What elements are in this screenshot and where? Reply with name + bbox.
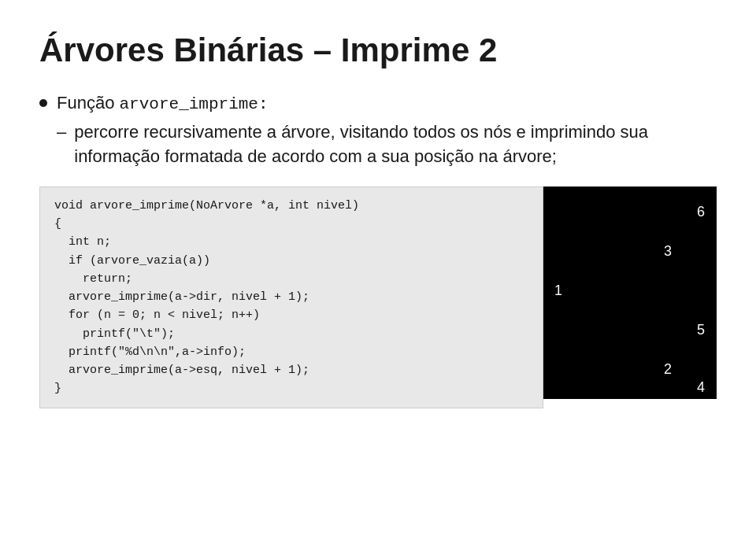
function-name: arvore_imprime: — [120, 95, 269, 113]
code-line-6: for (n = 0; n < nivel; n++) — [54, 306, 528, 324]
bullet-dot — [39, 99, 47, 107]
funca-label: Função — [57, 93, 114, 113]
sub-bullet-0: – percorre recursivamente a árvore, visi… — [57, 120, 717, 169]
dash-icon: – — [57, 120, 66, 145]
tree-node-3: 5 — [697, 322, 705, 338]
tree-node-5: 4 — [697, 379, 705, 396]
sub-bullet-text-0: percorre recursivamente a árvore, visita… — [74, 120, 717, 169]
code-line-2: int n; — [54, 233, 528, 251]
slide: Árvores Binárias – Imprime 2 Função arvo… — [0, 0, 756, 554]
content-area: Função arvore_imprime: – percorre recurs… — [39, 91, 717, 408]
code-line-3: if (arvore_vazia(a)) — [54, 252, 528, 270]
tree-node-1: 3 — [664, 243, 672, 260]
tree-canvas: 631524 — [543, 187, 717, 399]
tree-node-0: 6 — [697, 204, 705, 220]
sub-bullets: – percorre recursivamente a árvore, visi… — [57, 120, 717, 172]
tree-node-4: 2 — [664, 361, 672, 378]
code-line-0: void arvore_imprime(NoArvore *a, int niv… — [54, 197, 528, 215]
tree-visual: 631524 — [543, 187, 717, 399]
code-line-8: printf("%d\n\n",a->info); — [54, 343, 528, 361]
code-section: void arvore_imprime(NoArvore *a, int niv… — [39, 187, 717, 408]
page-title: Árvores Binárias – Imprime 2 — [39, 31, 717, 69]
main-bullet-text: Função arvore_imprime: — [57, 91, 269, 116]
code-line-4: return; — [54, 270, 528, 288]
code-line-1: { — [54, 215, 528, 233]
tree-node-2: 1 — [554, 283, 562, 299]
code-line-7: printf("\t"); — [54, 325, 528, 343]
code-line-9: arvore_imprime(a->esq, nivel + 1); — [54, 361, 528, 379]
main-bullet: Função arvore_imprime: — [39, 91, 717, 116]
code-block: void arvore_imprime(NoArvore *a, int niv… — [39, 187, 543, 408]
code-line-5: arvore_imprime(a->dir, nivel + 1); — [54, 288, 528, 306]
code-line-10: } — [54, 379, 528, 397]
